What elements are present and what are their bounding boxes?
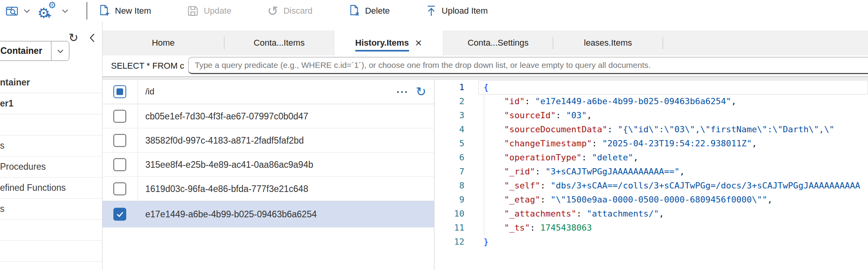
collapse-sidebar-icon[interactable] xyxy=(89,33,95,43)
tree-item xyxy=(0,114,102,135)
tab-conta-settings[interactable]: Conta...Settings xyxy=(443,30,553,55)
document-row[interactable]: 315ee8f4-e25b-4e89-ac41-0aa86ac9a94b xyxy=(102,153,434,177)
document-row[interactable]: 1619d03c-96fa-4e86-bfda-777f3e21c648 xyxy=(102,177,434,201)
code-line: "operationType": "delete", xyxy=(478,151,868,165)
code-line: } xyxy=(478,235,868,249)
documents-list: cb05e1ef-7d30-4f3f-ae67-07997c0b0d473858… xyxy=(102,104,434,227)
tree-item-label: efined Functions xyxy=(0,183,66,193)
tree-item[interactable]: s xyxy=(0,135,102,156)
tab-divider xyxy=(663,37,663,49)
tree-item[interactable]: er1 xyxy=(0,93,102,114)
tree-item[interactable]: Procedures xyxy=(0,156,102,178)
row-checkbox[interactable] xyxy=(113,208,126,221)
row-checkbox[interactable] xyxy=(113,158,126,171)
line-number: 11 xyxy=(434,221,478,235)
tab-label: Home xyxy=(152,38,175,48)
line-number: 10 xyxy=(434,207,478,221)
tree-item-label: s xyxy=(0,140,5,151)
settings-menu-button[interactable]: ⚙ ⚙ + xyxy=(37,2,69,20)
folder-search-icon xyxy=(5,5,19,17)
refresh-icon[interactable]: ↻ xyxy=(416,84,426,99)
upload-icon xyxy=(426,5,437,17)
tree-item-label: Procedures xyxy=(0,162,46,172)
documents-pane: /id ⋯ ↻ cb05e1ef-7d30-4f3f-ae67-07997c0b… xyxy=(102,80,434,270)
checkbox-indeterminate-mark xyxy=(116,89,123,95)
new-item-button[interactable]: New Item xyxy=(98,5,151,17)
line-number: 1 xyxy=(434,80,478,94)
refresh-icon[interactable]: ↻ xyxy=(69,31,78,44)
document-id: 1619d03c-96fa-4e86-bfda-777f3e21c648 xyxy=(145,183,308,194)
container-dropdown-value: Container xyxy=(0,41,51,60)
tree-item[interactable]: efined Functions xyxy=(0,178,102,199)
upload-item-label: Upload Item xyxy=(442,6,488,16)
tab-label: Conta...Settings xyxy=(468,38,529,48)
new-item-icon xyxy=(98,5,110,17)
command-bar: ⚙ ⚙ + New Item xyxy=(0,0,868,21)
gear-icon: ⚙ ⚙ + xyxy=(37,2,58,20)
tree-item[interactable]: s xyxy=(0,199,102,220)
tree-item-label: er1 xyxy=(0,98,14,109)
discard-undo-icon: ↺ xyxy=(267,4,279,18)
line-number: 4 xyxy=(434,123,478,137)
resource-sidebar: ↻ Container ntainerer1sProceduresefined … xyxy=(0,21,102,270)
toolbar-divider xyxy=(86,2,87,20)
data-explorer-window: ⚙ ⚙ + New Item xyxy=(0,0,868,270)
document-id: 38582f0d-997c-4183-a871-2fadf5faf2bd xyxy=(145,135,304,146)
resource-tree: ntainerer1sProceduresefined Functionss xyxy=(0,72,102,262)
document-id: cb05e1ef-7d30-4f3f-ae67-07997c0b0d47 xyxy=(145,111,308,121)
line-number: 6 xyxy=(434,151,478,165)
line-number: 9 xyxy=(434,193,478,207)
code-line: "_attachments": "attachments/", xyxy=(478,207,868,221)
discard-button[interactable]: ↺ Discard xyxy=(267,4,312,18)
line-number: 8 xyxy=(434,179,478,193)
row-checkbox[interactable] xyxy=(113,134,126,147)
query-predicate-input[interactable] xyxy=(188,57,868,74)
horizontal-splitter[interactable] xyxy=(102,76,868,80)
editor-gutter: 123456789101112 xyxy=(434,80,478,270)
editor-code-area[interactable]: { "id": "e17e1449-a6be-4b99-b025-09463b6… xyxy=(478,80,868,270)
code-line: "_rid": "3+sCAJTwPGgJAAAAAAAAAA==", xyxy=(478,165,868,179)
delete-button[interactable]: Delete xyxy=(348,5,390,17)
tab-leases-items[interactable]: leases.Items xyxy=(553,30,663,55)
chevron-down-icon xyxy=(23,9,30,13)
document-row[interactable]: 38582f0d-997c-4183-a871-2fadf5faf2bd xyxy=(102,128,434,153)
code-line: "sourceDocumentData": "{\"id\":\"03\",\"… xyxy=(478,123,868,137)
row-checkbox[interactable] xyxy=(113,110,126,123)
tree-item xyxy=(0,241,102,262)
update-button[interactable]: Update xyxy=(187,5,231,17)
select-all-checkbox[interactable] xyxy=(113,85,126,98)
more-options-icon[interactable]: ⋯ xyxy=(396,84,408,99)
documents-header-row: /id ⋯ ↻ xyxy=(102,80,434,104)
document-row[interactable]: e17e1449-a6be-4b99-b025-09463b6a6254 xyxy=(102,201,434,227)
tab-home[interactable]: Home xyxy=(102,30,224,55)
line-number: 7 xyxy=(434,165,478,179)
tab-strip: HomeConta...ItemsHistory.Items×Conta...S… xyxy=(102,30,868,55)
container-dropdown[interactable]: Container xyxy=(0,41,69,61)
tab-history-items[interactable]: History.Items× xyxy=(334,30,443,55)
code-line: "_etag": "\"1500e9aa-0000-0500-0000-6809… xyxy=(478,193,868,207)
tree-item-label: s xyxy=(0,204,5,214)
query-prefix-label: SELECT * FROM c xyxy=(111,61,184,71)
tab-label: History.Items xyxy=(355,38,409,52)
resource-tree-menu-button[interactable] xyxy=(5,5,30,17)
new-item-label: New Item xyxy=(115,6,151,16)
close-icon[interactable]: × xyxy=(415,37,422,49)
discard-label: Discard xyxy=(283,6,312,16)
tree-item xyxy=(0,220,102,241)
chevron-down-icon xyxy=(62,9,69,13)
code-line: "sourceId": "03", xyxy=(478,108,868,123)
row-checkbox[interactable] xyxy=(113,182,126,195)
id-column-header[interactable]: /id xyxy=(145,87,154,97)
chevron-down-icon[interactable] xyxy=(51,41,69,60)
tree-item[interactable]: ntainer xyxy=(0,72,102,93)
tab-conta-items[interactable]: Conta...Items xyxy=(224,30,334,55)
document-row[interactable]: cb05e1ef-7d30-4f3f-ae67-07997c0b0d47 xyxy=(102,104,434,128)
delete-label: Delete xyxy=(365,6,390,16)
code-line: "_ts": 1745438063 xyxy=(478,221,868,235)
document-id: 315ee8f4-e25b-4e89-ac41-0aa86ac9a94b xyxy=(145,159,313,170)
tree-item-label: ntainer xyxy=(0,77,30,88)
json-editor[interactable]: 123456789101112 { "id": "e17e1449-a6be-4… xyxy=(434,80,868,270)
upload-item-button[interactable]: Upload Item xyxy=(426,5,488,17)
code-line: "id": "e17e1449-a6be-4b99-b025-09463b6a6… xyxy=(478,94,868,108)
update-label: Update xyxy=(204,6,231,16)
